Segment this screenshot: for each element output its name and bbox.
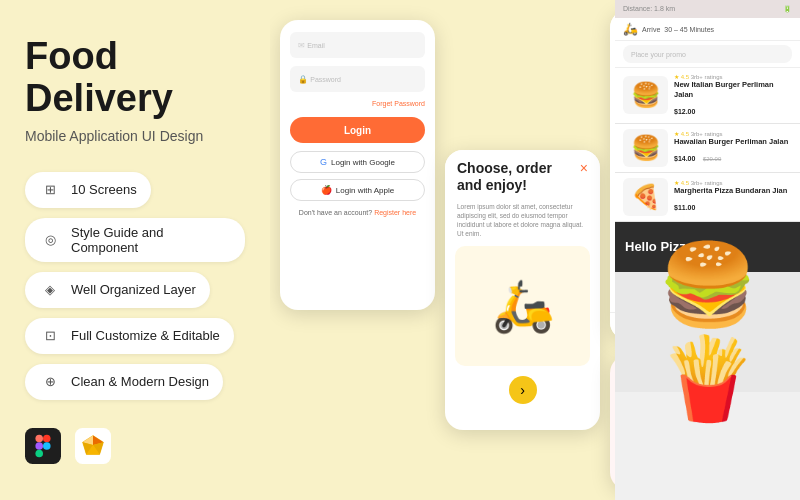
item-rating-3: ★ 4.5 3rb+ ratings [674,179,792,186]
feature-style-guide-label: Style Guide and Component [71,225,231,255]
sketch-icon [75,428,111,464]
customize-icon: ⊡ [39,325,61,347]
login-button[interactable]: Login [290,117,425,143]
arrive-label: Arrive [642,26,660,33]
feature-customize-label: Full Customize & Editable [71,328,220,343]
food-thumbnail-3: 🍕 [623,178,668,216]
feature-organized: ◈ Well Organized Layer [25,272,210,308]
delivery-illustration: 🛵 [455,246,590,366]
order-close-button[interactable]: × [580,160,588,176]
item-rating-1: ★ 4.5 3rb+ ratings [674,73,792,80]
item-name-1: New Italian Burger Perliman Jalan [674,80,792,100]
item-info-2: ★ 4.5 3rb+ ratings Hawaiian Burger Perli… [674,130,792,165]
phone-login: ✉ Email 🔒 Password Forget Password Login… [280,20,435,310]
login-google-button[interactable]: G Login with Google [290,151,425,173]
item-rating-2: ★ 4.5 3rb+ ratings [674,130,792,137]
svg-point-5 [43,442,51,450]
item-price-2: $14.00 $20.00 [674,147,792,165]
feature-list: ⊞ 10 Screens ◎ Style Guide and Component… [25,172,245,400]
style-guide-icon: ◎ [39,229,61,251]
moto-icon: 🛵 [623,22,638,36]
list-item[interactable]: 🍔 ★ 4.5 3rb+ ratings Hawaiian Burger Per… [615,124,800,173]
left-panel: Food Delivery Mobile Application UI Desi… [0,0,270,500]
pizza-large-image: 🍔🍟 [615,272,800,392]
item-info-1: ★ 4.5 3rb+ ratings New Italian Burger Pe… [674,73,792,118]
email-field[interactable]: ✉ Email [290,32,425,58]
distance-text: Distance: 1.8 km [623,5,675,13]
distance-header: Distance: 1.8 km 🔋 [615,0,800,18]
svg-rect-4 [35,450,43,458]
item-price-3: $11.00 [674,196,792,214]
order-header: Choose, order and enjoy! × [445,150,600,202]
time-text: 30 – 45 Minutes [664,26,714,33]
promo-input[interactable]: Place your promo [623,45,792,63]
list-item[interactable]: 🍔 ★ 4.5 3rb+ ratings New Italian Burger … [615,68,800,124]
battery-icon: 🔋 [783,5,792,13]
delivery-time-row: 🛵 Arrive 30 – 45 Minutes [615,18,800,41]
modern-icon: ⊕ [39,371,61,393]
register-text: Don't have an account? Register here [290,209,425,216]
screens-icon: ⊞ [39,179,61,201]
right-list-panel: Distance: 1.8 km 🔋 🛵 Arrive 30 – 45 Minu… [615,0,800,500]
feature-style-guide: ◎ Style Guide and Component [25,218,245,262]
list-item[interactable]: 🍕 ★ 4.5 3rb+ ratings Margherita Pizza Bu… [615,173,800,222]
mockup-area: ✉ Email 🔒 Password Forget Password Login… [270,0,800,500]
order-title: Choose, order and enjoy! [457,160,580,194]
login-apple-button[interactable]: 🍎 Login with Apple [290,179,425,201]
organized-icon: ◈ [39,279,61,301]
phone-order: Choose, order and enjoy! × Lorem ipsum d… [445,150,600,430]
register-link[interactable]: Register here [374,209,416,216]
item-price-1: $12.00 [674,100,792,118]
order-desc: Lorem ipsum dolor sit amet, consectetur … [445,202,600,246]
promo-row: Place your promo [615,41,800,68]
item-info-3: ★ 4.5 3rb+ ratings Margherita Pizza Bund… [674,179,792,214]
item-name-2: Hawaiian Burger Perliman Jalan [674,137,792,147]
app-subtitle: Mobile Application UI Design [25,128,245,144]
item-name-3: Margherita Pizza Bundaran Jian [674,186,792,196]
svg-rect-2 [43,434,51,442]
feature-organized-label: Well Organized Layer [71,282,196,297]
food-thumbnail-1: 🍔 [623,76,668,114]
svg-rect-1 [35,434,43,442]
password-field[interactable]: 🔒 Password [290,66,425,92]
order-next-button[interactable]: › [509,376,537,404]
feature-screens-label: 10 Screens [71,182,137,197]
feature-modern-label: Clean & Modern Design [71,374,209,389]
figma-icon [25,428,61,464]
svg-rect-3 [35,442,43,450]
feature-customize: ⊡ Full Customize & Editable [25,318,234,354]
food-thumbnail-2: 🍔 [623,129,668,167]
feature-screens: ⊞ 10 Screens [25,172,151,208]
app-title: Food Delivery [25,36,245,120]
forget-password-link[interactable]: Forget Password [290,100,425,107]
tool-icons [25,428,245,464]
feature-modern: ⊕ Clean & Modern Design [25,364,223,400]
